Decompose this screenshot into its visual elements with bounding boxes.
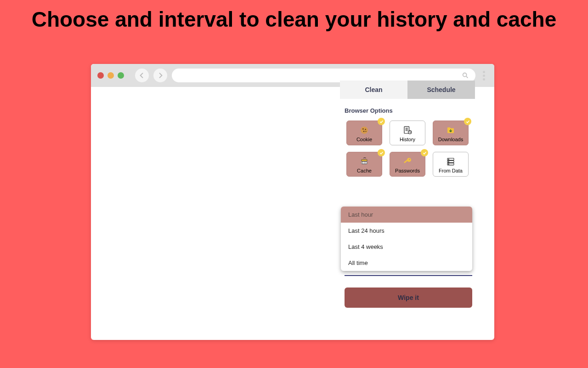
option-cookie[interactable]: Cookie [346,121,382,145]
option-label: Cookie [356,137,372,142]
minimize-icon[interactable] [107,72,114,79]
browser-menu-icon[interactable] [480,71,488,80]
check-icon [378,149,385,156]
svg-point-25 [448,159,449,159]
check-icon [378,118,385,125]
interval-option-last-24-hours[interactable]: Last 24 hours [341,223,472,239]
interval-option-last-hour[interactable]: Last hour [341,207,472,223]
option-history[interactable]: History [390,121,425,145]
option-label: Cache [357,168,372,173]
svg-point-26 [448,161,449,162]
forward-button[interactable] [153,69,167,82]
svg-line-1 [466,76,468,78]
svg-point-5 [363,131,365,132]
interval-option-all-time[interactable]: All time [341,255,472,271]
window-controls [97,72,124,79]
browser-window: Clean Schedule Browser Options Cookie [91,64,494,340]
check-icon [464,118,471,125]
section-title: Browser Options [340,99,475,119]
cache-icon [358,156,371,167]
tab-schedule[interactable]: Schedule [407,80,475,99]
svg-point-20 [409,159,410,160]
option-downloads[interactable]: Downloads [433,121,469,145]
option-label: Downloads [438,137,463,142]
option-formdata[interactable]: From Data [433,152,469,177]
option-label: Passwords [395,168,420,173]
search-icon [462,72,469,79]
svg-rect-14 [362,160,367,161]
svg-rect-21 [404,160,407,163]
interval-dropdown: Last hour Last 24 hours Last 4 weeks All… [341,207,472,271]
check-icon [421,149,428,156]
svg-point-3 [362,128,364,130]
back-button[interactable] [135,69,149,82]
divider [345,275,472,276]
cookie-icon [358,125,371,136]
option-passwords[interactable]: Passwords [390,152,425,177]
option-label: History [400,137,415,142]
key-icon [401,156,414,167]
svg-point-6 [365,131,366,132]
browser-options-grid: Cookie History Download [340,119,475,177]
downloads-icon [444,125,457,136]
svg-point-4 [365,129,366,130]
formdata-icon [444,156,457,167]
extension-panel: Clean Schedule Browser Options Cookie [340,80,475,177]
tabs: Clean Schedule [340,80,475,99]
option-label: From Data [439,168,463,173]
svg-rect-13 [447,127,450,129]
svg-point-0 [463,73,467,77]
close-icon[interactable] [97,72,104,79]
page-heading: Choose and interval to clean your histor… [0,0,588,33]
wipe-button[interactable]: Wipe it [345,288,472,308]
option-cache[interactable]: Cache [346,152,382,177]
maximize-icon[interactable] [118,72,124,79]
interval-option-last-4-weeks[interactable]: Last 4 weeks [341,239,472,255]
history-icon [401,125,414,136]
svg-point-2 [361,126,368,134]
tab-clean[interactable]: Clean [340,80,407,99]
svg-point-27 [448,164,449,164]
